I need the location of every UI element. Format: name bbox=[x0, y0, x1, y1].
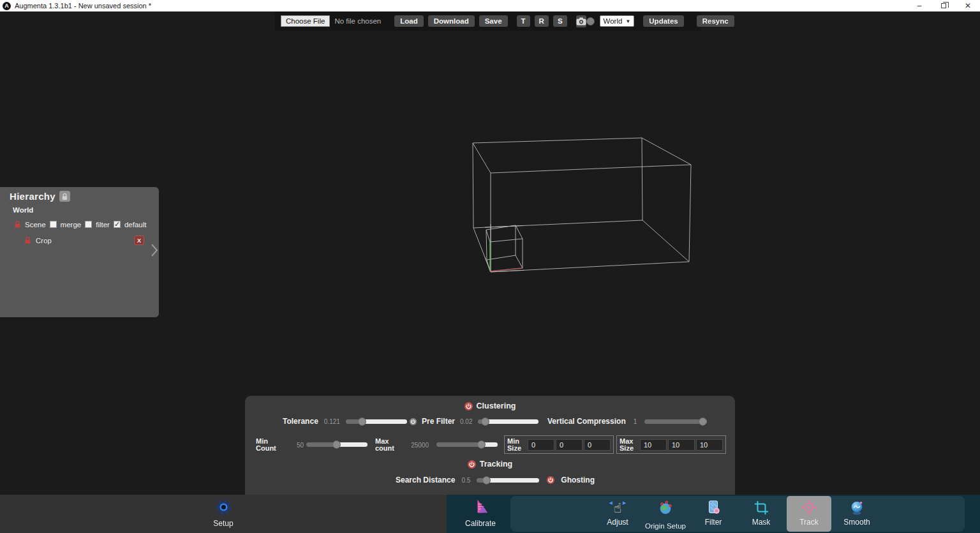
resync-button[interactable]: Resync bbox=[697, 15, 734, 27]
window-title: Augmenta 1.3.1b1 - New unsaved session * bbox=[15, 2, 151, 10]
pre-filter-power-icon[interactable] bbox=[410, 418, 417, 425]
download-button[interactable]: Download bbox=[428, 15, 475, 27]
max-count-value: 25000 bbox=[406, 442, 429, 449]
app-window: A Augmenta 1.3.1b1 - New unsaved session… bbox=[0, 0, 980, 533]
mask-label: Mask bbox=[739, 518, 783, 527]
default-label: default bbox=[124, 221, 147, 229]
chevron-down-icon: ▼ bbox=[625, 19, 630, 24]
merge-label: merge bbox=[61, 221, 82, 229]
max-size-label: Max Size bbox=[620, 438, 637, 452]
hierarchy-expand-chevron[interactable] bbox=[151, 243, 158, 260]
smooth-orb-icon bbox=[849, 499, 865, 516]
scene-label[interactable]: Scene bbox=[25, 221, 46, 229]
save-button[interactable]: Save bbox=[479, 15, 508, 27]
taskbar-item-filter[interactable]: Filter bbox=[691, 496, 736, 532]
scale-button[interactable]: S bbox=[553, 15, 567, 27]
smooth-label: Smooth bbox=[835, 518, 879, 527]
crop-lock-icon[interactable] bbox=[24, 236, 31, 244]
vertical-compression-value: 1 bbox=[634, 418, 637, 425]
min-size-y-input[interactable] bbox=[556, 439, 583, 451]
max-size-y-input[interactable] bbox=[668, 439, 695, 451]
vertical-compression-control: Vertical Compression 1 bbox=[547, 417, 707, 426]
gear-icon bbox=[215, 499, 232, 516]
hierarchy-title: Hierarchy bbox=[10, 191, 56, 202]
taskbar-item-setup[interactable]: Setup bbox=[199, 495, 248, 533]
min-size-x-input[interactable] bbox=[528, 439, 554, 451]
max-size-z-input[interactable] bbox=[696, 439, 723, 451]
slider-thumb[interactable] bbox=[586, 17, 595, 26]
ghosting-power-icon[interactable] bbox=[547, 476, 554, 484]
merge-checkbox[interactable] bbox=[50, 221, 57, 228]
tracking-title: Tracking bbox=[480, 460, 512, 469]
titlebar: A Augmenta 1.3.1b1 - New unsaved session… bbox=[0, 0, 980, 11]
search-distance-slider[interactable] bbox=[477, 476, 539, 484]
taskbar-item-smooth[interactable]: Smooth bbox=[835, 496, 879, 532]
bottom-taskbar: Setup Calibrate ☝◀▶ Adjust bbox=[0, 495, 980, 533]
search-distance-control: Search Distance 0.5 Ghosting bbox=[396, 476, 595, 484]
filter-checkbox[interactable] bbox=[85, 221, 92, 228]
min-count-label: Min Count bbox=[256, 438, 281, 452]
tracking-power-icon[interactable] bbox=[468, 460, 476, 469]
taskbar-item-mask[interactable]: Mask bbox=[739, 496, 783, 532]
crop-label[interactable]: Crop bbox=[36, 237, 52, 244]
camera-icon bbox=[576, 17, 586, 26]
close-button[interactable]: ✕ bbox=[956, 0, 980, 11]
default-checkbox[interactable] bbox=[114, 221, 121, 228]
calibrate-prism-icon bbox=[472, 498, 489, 515]
track-label: Track bbox=[787, 518, 831, 527]
tolerance-label: Tolerance bbox=[283, 417, 318, 426]
taskbar-item-track[interactable]: Track bbox=[787, 496, 831, 532]
tracking-header: Tracking bbox=[245, 460, 735, 469]
clustering-title: Clustering bbox=[477, 402, 516, 410]
hierarchy-panel: Hierarchy World Scene merge filter bbox=[0, 187, 159, 317]
rotate-button[interactable]: R bbox=[535, 15, 549, 27]
translate-button[interactable]: T bbox=[517, 15, 530, 27]
top-toolbar: Choose File No file chosen Load Download… bbox=[275, 11, 701, 31]
origin-globe-icon bbox=[657, 499, 674, 516]
restore-icon bbox=[941, 3, 946, 8]
clustering-tracking-panel: Clustering Tolerance 0.121 Pre Filter 0.… bbox=[245, 396, 735, 495]
search-distance-label: Search Distance bbox=[396, 476, 455, 484]
tolerance-value: 0.121 bbox=[324, 418, 340, 425]
tolerance-control: Tolerance 0.121 bbox=[283, 417, 407, 426]
mask-crop-icon bbox=[753, 499, 769, 516]
minimize-button[interactable]: – bbox=[907, 0, 932, 11]
taskbar-inner-panel: ☝◀▶ Adjust Origin Setup bbox=[510, 496, 965, 532]
taskbar-item-origin-setup[interactable]: Origin Setup bbox=[643, 496, 688, 532]
pre-filter-slider[interactable] bbox=[478, 417, 538, 426]
max-count-label: Max count bbox=[375, 438, 403, 452]
clustering-power-icon[interactable] bbox=[464, 402, 473, 410]
clustering-header: Clustering bbox=[245, 402, 735, 410]
hierarchy-crop-row: Crop bbox=[24, 236, 52, 244]
pre-filter-control: Pre Filter 0.02 bbox=[410, 417, 538, 426]
vertical-compression-label: Vertical Compression bbox=[547, 417, 626, 426]
tolerance-slider[interactable] bbox=[346, 417, 407, 426]
camera-button[interactable] bbox=[576, 15, 586, 27]
max-count-slider[interactable] bbox=[436, 440, 498, 449]
min-size-group: Min Size bbox=[504, 435, 614, 454]
taskbar-item-adjust[interactable]: ☝◀▶ Adjust bbox=[595, 496, 640, 532]
search-distance-value: 0.5 bbox=[461, 477, 470, 484]
setup-label: Setup bbox=[199, 519, 248, 528]
crop-delete-button[interactable]: X bbox=[134, 236, 144, 245]
hierarchy-root-world[interactable]: World bbox=[13, 206, 33, 214]
scene-lock-icon[interactable] bbox=[14, 220, 21, 229]
hierarchy-scene-row: Scene merge filter default bbox=[14, 220, 146, 229]
taskbar-item-calibrate[interactable]: Calibrate bbox=[456, 495, 505, 533]
min-count-value: 50 bbox=[290, 442, 304, 449]
app-logo-icon: A bbox=[3, 2, 11, 10]
load-button[interactable]: Load bbox=[394, 15, 423, 27]
hierarchy-lock-icon[interactable] bbox=[59, 191, 70, 202]
min-size-z-input[interactable] bbox=[584, 439, 611, 451]
updates-button[interactable]: Updates bbox=[643, 15, 683, 27]
min-count-slider[interactable] bbox=[306, 440, 368, 449]
adjust-label: Adjust bbox=[595, 518, 640, 527]
origin-setup-label: Origin Setup bbox=[643, 523, 688, 530]
ghosting-label: Ghosting bbox=[561, 476, 595, 484]
maximize-button[interactable] bbox=[932, 0, 956, 11]
bounding-box-wireframe bbox=[473, 138, 691, 272]
world-dropdown[interactable]: World ▼ bbox=[600, 15, 635, 27]
vertical-compression-slider[interactable] bbox=[644, 417, 707, 426]
max-size-x-input[interactable] bbox=[640, 439, 667, 451]
choose-file-button[interactable]: Choose File bbox=[281, 15, 330, 27]
